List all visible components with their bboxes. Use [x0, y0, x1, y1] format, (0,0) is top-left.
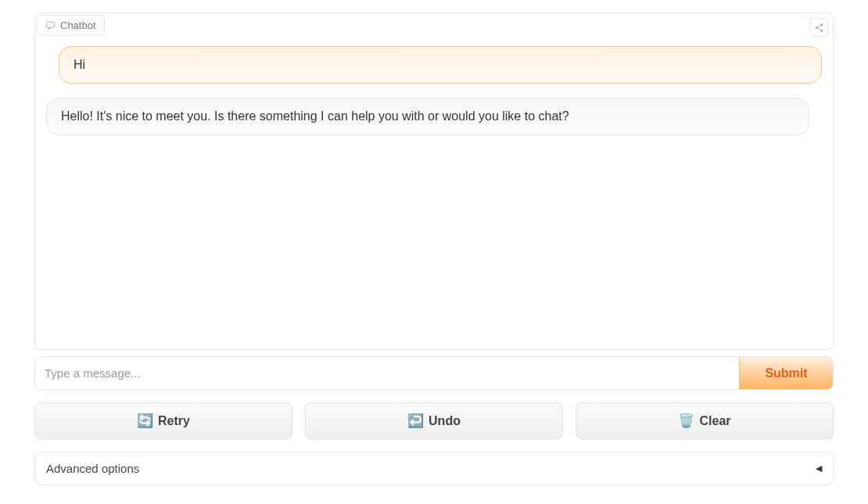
retry-label: Retry: [158, 414, 190, 428]
undo-label: Undo: [429, 414, 461, 428]
chat-message-text: Hi: [74, 58, 85, 71]
clear-icon: 🗑️: [678, 413, 694, 429]
chatbot-label-text: Chatbot: [60, 20, 96, 31]
clear-label: Clear: [699, 414, 730, 428]
chat-message-user: Hi: [59, 46, 822, 84]
message-input-row: Submit: [34, 356, 834, 390]
svg-rect-0: [47, 22, 55, 27]
chat-area: Hi Hello! It's nice to meet you. Is ther…: [35, 13, 833, 349]
chatbot-label-badge: Chatbot: [37, 15, 105, 36]
message-input[interactable]: [35, 357, 739, 389]
retry-icon: 🔄: [137, 413, 153, 429]
clear-button[interactable]: 🗑️ Clear: [576, 402, 834, 439]
chat-message-text: Hello! It's nice to meet you. Is there s…: [61, 109, 569, 123]
chatbot-panel: Chatbot Hi Hello! It's nice to meet you.…: [34, 13, 834, 350]
advanced-options-label: Advanced options: [46, 462, 139, 475]
chat-message-bot: Hello! It's nice to meet you. Is there s…: [46, 98, 809, 135]
chat-icon: [45, 20, 56, 30]
undo-button[interactable]: ↩️ Undo: [305, 402, 563, 439]
chevron-left-icon: ◀: [816, 463, 822, 474]
submit-button[interactable]: Submit: [739, 357, 833, 389]
undo-icon: ↩️: [407, 413, 424, 429]
retry-button[interactable]: 🔄 Retry: [34, 402, 292, 439]
advanced-options-accordion[interactable]: Advanced options ◀: [34, 452, 834, 485]
share-button[interactable]: [809, 18, 828, 37]
share-icon: [814, 23, 824, 33]
action-button-row: 🔄 Retry ↩️ Undo 🗑️ Clear: [34, 402, 834, 439]
